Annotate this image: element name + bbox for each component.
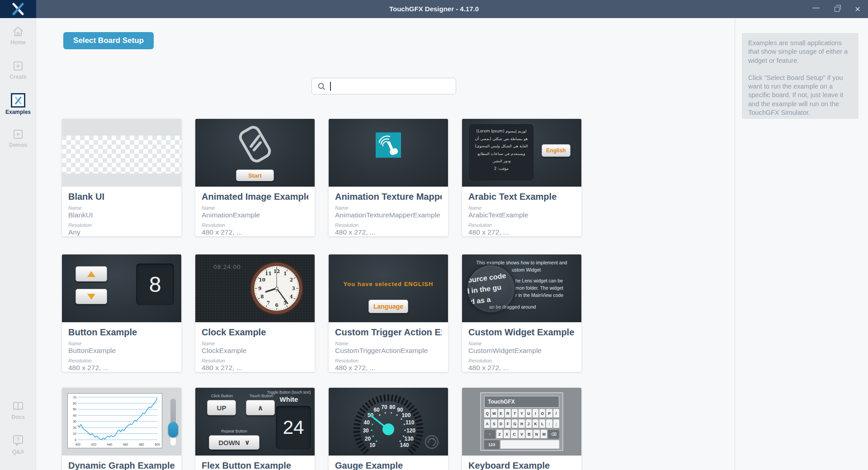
window-title: TouchGFX Designer - 4.17.0 <box>0 0 868 18</box>
counter-display: 8 <box>136 263 174 305</box>
resolution-label: Resolution <box>68 222 175 228</box>
touch-hand-icon <box>376 132 401 158</box>
language-button-image: Language <box>368 300 408 313</box>
restore-icon <box>835 7 840 12</box>
sidebar-label-home: Home <box>10 39 25 46</box>
toggle-counter-display: 24 <box>276 406 311 449</box>
panel-divider <box>735 18 735 470</box>
toggle-button-label: Toggle Button (touch text) <box>264 390 314 395</box>
example-card-blank-ui[interactable]: Blank UI Name BlankUI Resolution Any <box>62 119 181 236</box>
widget-text-line: This example shows how to implement and <box>462 259 581 266</box>
svg-text:110: 110 <box>406 419 415 426</box>
gauge-svg: 102030405060708090100110120130140 <box>329 388 448 456</box>
sidebar-label-qa: Q&A <box>12 449 24 455</box>
sidebar-item-demos[interactable]: Demos <box>0 128 36 148</box>
widget-text-line: ustom Widget <box>512 266 541 273</box>
example-card-texture-mapper[interactable]: Animation Texture Mapper... Name Animati… <box>329 119 448 236</box>
sidebar-item-examples[interactable]: Examples <box>0 93 36 115</box>
sidebar-item-home[interactable]: Home <box>0 25 36 46</box>
svg-text:?: ? <box>16 437 19 443</box>
name-value: CustomWidgetExample <box>468 347 575 355</box>
example-card-gauge[interactable]: 102030405060708090100110120130140 Gauge … <box>329 388 448 470</box>
touchgfx-hand-logo-icon <box>228 122 282 167</box>
sidebar-item-qa[interactable]: ? Q&A <box>0 434 36 455</box>
card-title: Button Example <box>68 327 175 338</box>
resolution-value: 480 x 272, ... <box>202 228 308 236</box>
name-label: Name <box>68 205 175 211</box>
svg-text:20: 20 <box>365 436 371 442</box>
thumbnail-animated-image: Start <box>195 119 315 187</box>
start-button-image: Start <box>236 169 274 181</box>
card-title: Arabic Text Example <box>468 192 575 202</box>
example-card-animated-image[interactable]: Start Animated Image Example Name Animat… <box>195 119 315 236</box>
card-title: Clock Example <box>202 327 308 338</box>
thumbnail-gauge: 102030405060708090100110120130140 <box>329 388 448 456</box>
svg-text:70: 70 <box>73 396 76 399</box>
question-icon: ? <box>11 434 25 447</box>
arabic-line: الغاية هي الشكل وليس المحتوى) <box>473 142 529 150</box>
svg-text:420: 420 <box>91 443 96 446</box>
example-card-flex-button[interactable]: Click Button UP Touch Button ∧ Toggle Bu… <box>195 388 315 470</box>
close-button[interactable]: ✕ <box>847 0 868 18</box>
info-paragraph-2: Click "Select Board Setup" if you want t… <box>748 74 852 117</box>
selected-language-text: You have selected ENGLISH <box>329 281 448 287</box>
name-label: Name <box>468 205 575 211</box>
restore-button[interactable] <box>826 0 847 18</box>
minimize-button[interactable]: — <box>806 0 826 18</box>
name-label: Name <box>335 341 442 346</box>
title-bar: TouchGFX Designer - 4.17.0 — ✕ <box>0 0 868 18</box>
touchgfx-designer-window: TouchGFX Designer - 4.17.0 — ✕ Home Crea <box>0 0 868 470</box>
resolution-label: Resolution <box>202 358 308 363</box>
svg-text:500: 500 <box>155 443 160 446</box>
example-card-clock[interactable]: 08:24:00 123456789101112 Clock Example N… <box>195 254 315 372</box>
name-value: AnimationTextureMapperExample <box>335 211 442 219</box>
example-card-arabic-text[interactable]: لوريم إيبسوم (Lorem Ipsum) هو ببساطة نص … <box>462 119 581 236</box>
sidebar: Home Create Examples Demos <box>0 18 36 470</box>
text-caret <box>330 82 331 91</box>
svg-text:20: 20 <box>73 426 76 429</box>
resolution-value: 480 x 272, ... <box>202 364 308 372</box>
toggle-state-text: White <box>264 395 314 403</box>
svg-text:2: 2 <box>290 277 293 282</box>
sidebar-label-examples: Examples <box>5 109 31 115</box>
slider-handle <box>168 422 178 437</box>
svg-text:7: 7 <box>267 300 270 306</box>
demos-icon <box>11 128 25 141</box>
thumbnail-dynamic-graph: 706050403020100400420440460480500 <box>62 388 181 456</box>
widget-text-line: he Lens widget can be <box>515 277 563 284</box>
sidebar-item-create[interactable]: Create <box>0 60 36 80</box>
card-title: Custom Trigger Action Exa... <box>335 327 442 338</box>
down-triangle-icon <box>87 294 95 300</box>
arabic-line: ويستخدم في صناعات المطابع <box>473 150 529 158</box>
thumbnail-clock: 08:24:00 123456789101112 <box>195 254 315 322</box>
card-title: Dynamic Graph Example <box>68 461 175 470</box>
home-icon <box>11 25 25 38</box>
arabic-text-panel: لوريم إيبسوم (Lorem Ipsum) هو ببساطة نص … <box>469 124 533 180</box>
svg-text:6: 6 <box>275 302 278 308</box>
arabic-line: مؤقت: 2 <box>473 165 529 173</box>
svg-text:70: 70 <box>381 404 387 410</box>
resolution-value: Any <box>68 228 175 236</box>
example-card-dynamic-graph[interactable]: 706050403020100400420440460480500 Dynami… <box>62 388 181 470</box>
search-input[interactable] <box>311 78 456 94</box>
select-board-setup-button[interactable]: Select Board Setup <box>63 32 154 49</box>
click-button-label: Click Button <box>206 394 238 398</box>
example-card-keyboard[interactable]: TouchGFX QWERTYUIOP/ASDFGHJKL:;↑ZXCVBNM⌫… <box>462 388 581 470</box>
name-value: ButtonExample <box>68 347 175 355</box>
svg-text:400: 400 <box>75 443 80 446</box>
thumbnail-arabic-text: لوريم إيبسوم (Lorem Ipsum) هو ببساطة نص … <box>462 119 581 187</box>
name-value: ArabicTextExample <box>468 211 575 219</box>
card-title: Flex Button Example <box>202 461 308 470</box>
name-value: CustomTriggerActionExample <box>335 347 442 355</box>
keyboard-keys: QWERTYUIOP/ASDFGHJKL:;↑ZXCVBNM⌫123 <box>484 409 559 449</box>
info-paragraph-1: Examples are small applications that sho… <box>748 39 852 65</box>
name-value: AnimationExample <box>202 211 308 219</box>
example-card-custom-widget[interactable]: This example shows how to implement and … <box>462 254 581 372</box>
repeat-button-label: Repeat Button <box>212 429 257 433</box>
example-card-custom-trigger[interactable]: You have selected ENGLISH Language Custo… <box>329 254 448 372</box>
example-card-button[interactable]: 8 Button Example Name ButtonExample Reso… <box>62 254 181 372</box>
transparency-checker-pattern <box>62 136 181 174</box>
create-icon <box>11 60 25 72</box>
sidebar-item-docs[interactable]: Docs <box>0 400 36 420</box>
widget-text-line: r in the MainView code <box>515 291 563 299</box>
